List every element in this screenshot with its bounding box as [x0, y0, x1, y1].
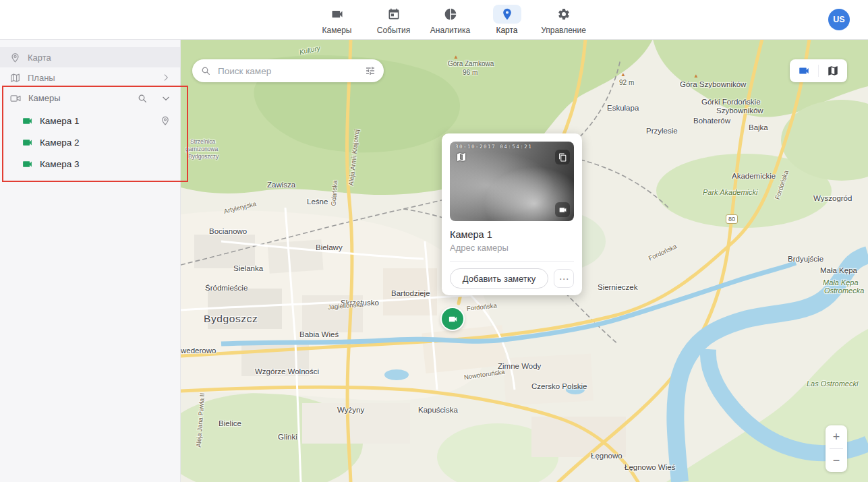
map-view-toggle	[790, 59, 847, 82]
zoom-control: + −	[826, 425, 847, 472]
camera-popup: 30-10-2017 04:54:21 Камера 1 Адрес камер…	[442, 133, 582, 295]
camera-popup-title: Камера 1	[450, 229, 574, 240]
videocam-icon	[9, 92, 22, 104]
sidebar-cameras-header[interactable]: Камеры	[0, 88, 180, 109]
camera-popup-footer: Добавить заметку ⋯	[450, 261, 574, 289]
chevron-right-icon	[161, 73, 171, 82]
location-pin-icon[interactable]	[160, 115, 171, 126]
add-note-button[interactable]: Добавить заметку	[450, 268, 548, 289]
camera-list-item[interactable]: Камера 1	[0, 110, 180, 131]
more-button[interactable]: ⋯	[554, 269, 574, 288]
camera-timestamp: 30-10-2017 04:54:21	[455, 144, 532, 150]
show-on-map-button[interactable]	[454, 150, 469, 164]
camera-map-marker[interactable]	[442, 308, 463, 330]
sidebar-item-label: Планы	[28, 73, 55, 83]
tab-cameras[interactable]: Камеры	[312, 5, 362, 35]
tab-analytics[interactable]: Аналитика	[426, 5, 475, 35]
camera-icon	[22, 158, 33, 170]
camera-thumbnail[interactable]: 30-10-2017 04:54:21	[450, 142, 574, 221]
map-pin-icon	[493, 5, 521, 24]
search-icon[interactable]	[137, 93, 148, 104]
videocam-icon	[448, 314, 458, 324]
map-area[interactable]: KulturyGóra Zamkowa96 m92 mGóra Szybowni…	[181, 39, 868, 482]
camera-list: Камера 1 Камера 2 Камера 3	[0, 109, 180, 175]
camera-layer-button[interactable]	[790, 59, 818, 82]
map-layer-button[interactable]	[819, 59, 847, 82]
tab-label: События	[377, 26, 411, 35]
map-icon	[827, 65, 839, 77]
sidebar-item-label: Карта	[28, 53, 51, 63]
sidebar-item-map[interactable]: Карта	[0, 47, 180, 67]
camera-popup-address: Адрес камеры	[450, 243, 574, 253]
camera-icon	[22, 137, 33, 148]
zoom-in-button[interactable]: +	[826, 425, 847, 448]
gear-icon	[550, 5, 578, 24]
search-input[interactable]	[216, 65, 359, 77]
calendar-icon	[380, 5, 408, 24]
sidebar: Карта Планы Камеры Камера 1 Камера 2	[0, 39, 181, 482]
map-icon	[456, 152, 467, 162]
filter-sliders-icon[interactable]	[365, 65, 376, 76]
tab-label: Карта	[496, 26, 517, 35]
videocam-icon	[323, 5, 351, 24]
main-nav: Камеры События Аналитика Карта	[312, 0, 589, 39]
copy-button[interactable]	[555, 150, 570, 164]
top-bar: Камеры События Аналитика Карта	[0, 0, 868, 40]
road-shield: 80	[726, 214, 738, 224]
camera-label: Камера 2	[40, 138, 79, 148]
tab-map[interactable]: Карта	[482, 5, 532, 35]
camera-list-item[interactable]: Камера 3	[0, 153, 180, 175]
search-icon	[200, 65, 211, 76]
tab-label: Аналитика	[430, 26, 470, 35]
videocam-icon	[798, 65, 810, 77]
camera-list-item[interactable]: Камера 2	[0, 131, 180, 153]
user-avatar[interactable]: US	[828, 9, 850, 30]
camera-search	[192, 59, 384, 82]
zoom-out-button[interactable]: −	[826, 449, 847, 472]
tab-events[interactable]: События	[369, 5, 419, 35]
pie-chart-icon	[436, 5, 465, 24]
sidebar-section-label: Камеры	[28, 93, 61, 103]
camera-label: Камера 1	[40, 116, 79, 126]
app: Камеры События Аналитика Карта	[0, 0, 868, 482]
chevron-down-icon[interactable]	[161, 94, 171, 103]
floor-plans-icon	[9, 72, 21, 84]
videocam-icon	[558, 206, 567, 214]
tab-label: Камеры	[322, 26, 352, 35]
camera-type-button[interactable]	[555, 202, 570, 217]
map-pin-icon	[9, 52, 21, 63]
tab-label: Управление	[541, 26, 586, 35]
tab-management[interactable]: Управление	[539, 5, 589, 35]
camera-label: Камера 3	[40, 159, 79, 169]
sidebar-item-plans[interactable]: Планы	[0, 67, 180, 88]
camera-icon	[22, 115, 33, 127]
copy-icon	[558, 153, 567, 162]
